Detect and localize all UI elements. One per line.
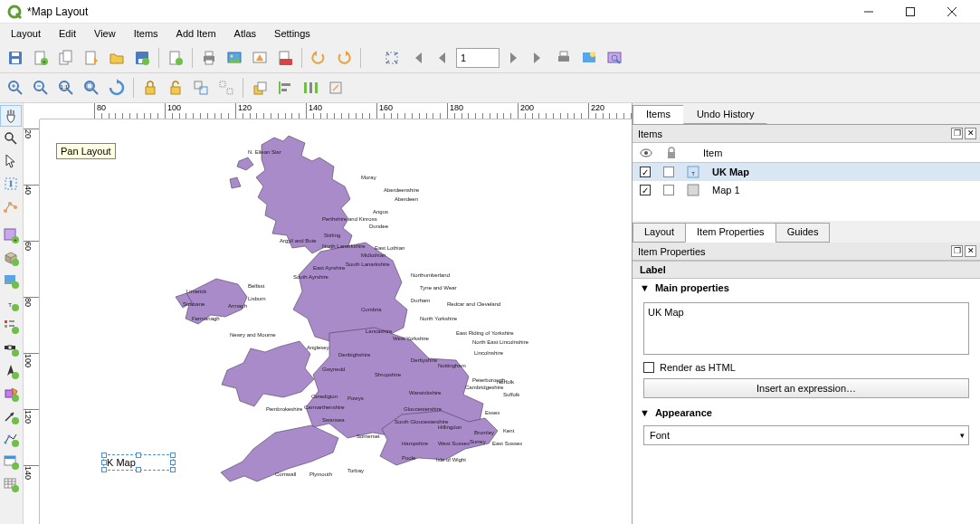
layout-canvas[interactable]: Pan Layout (40, 119, 632, 524)
menu-edit[interactable]: Edit (52, 26, 83, 41)
add-table-tool[interactable] (0, 473, 22, 495)
duplicate-layout-button[interactable] (54, 46, 78, 70)
minimize-button[interactable] (848, 0, 890, 24)
edit-nodes-tool[interactable] (0, 195, 22, 217)
move-content-tool[interactable] (0, 173, 22, 195)
add-from-template-button[interactable] (164, 46, 187, 70)
zoom-in-button[interactable] (4, 76, 27, 100)
menu-view[interactable]: View (87, 26, 123, 41)
item-row[interactable]: ✓ T UK Map (633, 163, 980, 181)
ungroup-button[interactable] (214, 76, 238, 100)
qgis-icon (7, 5, 22, 19)
pan-tool[interactable] (0, 105, 22, 127)
lock-button[interactable] (138, 76, 162, 100)
label-item[interactable]: K Map (103, 454, 174, 471)
fit-layout-button[interactable] (380, 46, 404, 70)
tab-layout[interactable]: Layout (633, 223, 686, 243)
region-label: Tyne and Wear (420, 285, 457, 291)
close-button[interactable] (931, 0, 973, 24)
svg-rect-2 (907, 7, 915, 15)
unlock-button[interactable] (164, 76, 187, 100)
layout-manager-button[interactable] (80, 46, 103, 70)
tab-item-properties[interactable]: Item Properties (685, 223, 776, 243)
open-template-button[interactable] (105, 46, 128, 70)
zoom-tool[interactable] (0, 128, 22, 149)
add-legend-tool[interactable] (0, 315, 22, 337)
item-row[interactable]: ✓ Map 1 (633, 181, 980, 199)
add-map-tool[interactable]: + (0, 224, 22, 246)
menu-items[interactable]: Items (127, 26, 166, 41)
menu-layout[interactable]: Layout (4, 26, 48, 41)
region-label: North East Lincolnshire (472, 339, 529, 345)
close-panel-icon[interactable]: ✕ (965, 128, 976, 139)
visibility-checkbox[interactable]: ✓ (640, 167, 651, 177)
print-button[interactable] (197, 46, 221, 70)
region-label: Belfast (248, 283, 265, 289)
first-page-button[interactable] (405, 46, 429, 70)
menu-atlas[interactable]: Atlas (227, 26, 263, 41)
visibility-checkbox[interactable]: ✓ (640, 185, 651, 195)
prev-page-button[interactable] (431, 46, 454, 70)
new-layout-button[interactable]: + (29, 46, 52, 70)
add-arrow-tool[interactable] (0, 405, 22, 427)
maximize-button[interactable] (890, 0, 931, 24)
add-shape-tool[interactable] (0, 383, 22, 405)
appearance-group[interactable]: ▼ Appearance (633, 404, 980, 422)
add-label-tool[interactable]: T (0, 292, 22, 314)
region-label: Shropshire (375, 372, 402, 377)
save-template-button[interactable] (130, 46, 154, 70)
item-name: Map 1 (712, 185, 740, 195)
atlas-export-button[interactable] (577, 46, 601, 70)
export-image-button[interactable] (223, 46, 246, 70)
tab-items[interactable]: Items (633, 105, 684, 124)
page-number-input[interactable]: 1 (456, 48, 500, 68)
add-north-arrow-tool[interactable] (0, 360, 22, 382)
menu-settings[interactable]: Settings (267, 26, 318, 41)
lock-checkbox[interactable] (663, 185, 674, 195)
export-pdf-button[interactable] (273, 46, 297, 70)
add-html-tool[interactable] (0, 451, 22, 472)
menu-add-item[interactable]: Add Item (169, 26, 224, 41)
add-scalebar-tool[interactable] (0, 338, 22, 359)
export-svg-button[interactable] (248, 46, 271, 70)
region-label: Pembrokeshire (266, 406, 303, 412)
zoom-100-button[interactable]: 1:1 (54, 76, 78, 100)
add-node-item-tool[interactable] (0, 428, 22, 450)
insert-expression-button[interactable]: Insert an expression… (643, 378, 969, 398)
label-text-input[interactable] (643, 302, 969, 355)
svg-rect-29 (558, 56, 569, 62)
refresh-button[interactable] (105, 76, 128, 100)
select-tool[interactable] (0, 150, 22, 172)
raise-button[interactable] (248, 76, 271, 100)
tab-guides[interactable]: Guides (775, 223, 831, 243)
next-page-button[interactable] (501, 46, 525, 70)
redo-button[interactable] (332, 46, 356, 70)
add-3dmap-tool[interactable] (0, 247, 22, 269)
add-image-tool[interactable] (0, 270, 22, 291)
zoom-out-button[interactable] (29, 76, 52, 100)
atlas-print-button[interactable] (552, 46, 576, 70)
save-button[interactable] (4, 46, 27, 70)
resize-button[interactable] (324, 76, 347, 100)
svg-point-104 (12, 485, 19, 492)
lock-checkbox[interactable] (663, 167, 674, 177)
undock-icon[interactable]: ❐ (951, 128, 963, 139)
svg-point-90 (12, 395, 19, 402)
undo-button[interactable] (307, 46, 330, 70)
group-button[interactable] (189, 76, 213, 100)
region-label: Durham (411, 298, 430, 303)
svg-rect-62 (315, 82, 318, 93)
main-properties-group[interactable]: ▼ Main properties (633, 279, 980, 297)
font-selector[interactable]: Font (643, 425, 969, 445)
close-panel-icon[interactable]: ✕ (965, 245, 976, 257)
region-label: West Sussex (438, 441, 470, 446)
distribute-button[interactable] (299, 76, 322, 100)
align-left-button[interactable] (273, 76, 297, 100)
render-html-checkbox[interactable] (643, 362, 654, 373)
last-page-button[interactable] (527, 46, 550, 70)
atlas-settings-button[interactable] (603, 46, 626, 70)
zoom-full-button[interactable] (80, 76, 103, 100)
svg-rect-51 (195, 81, 202, 89)
undock-icon[interactable]: ❐ (951, 245, 963, 257)
tab-undo-history[interactable]: Undo History (683, 105, 768, 124)
